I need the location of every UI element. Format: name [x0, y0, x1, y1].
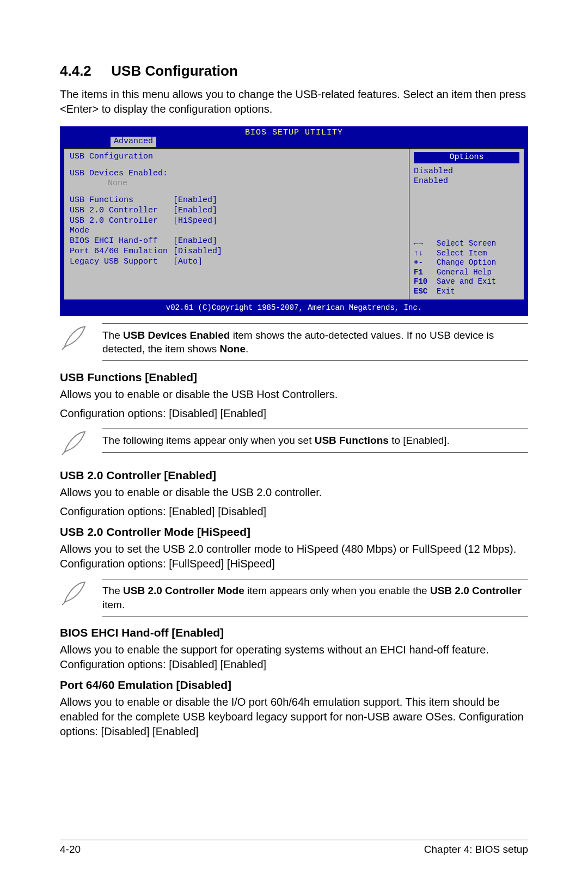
- subsection-heading: USB 2.0 Controller [Enabled]: [60, 469, 528, 482]
- note-bold: USB Devices Enabled: [123, 329, 230, 341]
- note-text: The: [102, 329, 123, 341]
- body-text: Allows you to set the USB 2.0 controller…: [60, 542, 528, 571]
- body-text: Allows you to enable or disable the I/O …: [60, 695, 528, 739]
- note-bold: USB 2.0 Controller Mode: [123, 585, 244, 596]
- note-text: The: [102, 585, 123, 596]
- page-number: 4-20: [60, 844, 81, 856]
- bios-screenshot: BIOS SETUP UTILITY Advanced USB Configur…: [60, 126, 528, 316]
- bios-tab-advanced: Advanced: [111, 137, 156, 147]
- chapter-label: Chapter 4: BIOS setup: [424, 844, 528, 856]
- subsection-heading: USB 2.0 Controller Mode [HiSpeed]: [60, 526, 528, 539]
- bios-option: Enabled: [414, 176, 519, 187]
- note-text: The following items appear only when you…: [102, 435, 315, 446]
- bios-row: USB 2.0 Controller Mode[HiSpeed]: [70, 216, 403, 237]
- subsection-heading: USB Functions [Enabled]: [60, 371, 528, 384]
- bios-option: Disabled: [414, 167, 519, 177]
- bios-heading: USB Configuration: [70, 152, 403, 162]
- feather-icon: [60, 579, 102, 609]
- bios-row: USB Functions[Enabled]: [70, 195, 403, 206]
- subsection-heading: BIOS EHCI Hand-off [Enabled]: [60, 626, 528, 639]
- body-text: Allows you to enable or disable the USB …: [60, 485, 528, 500]
- bios-row: Legacy USB Support[Auto]: [70, 257, 403, 267]
- note-text: item.: [102, 599, 125, 610]
- bios-footer: v02.61 (C)Copyright 1985-2007, American …: [60, 302, 528, 315]
- bios-row: USB 2.0 Controller[Enabled]: [70, 206, 403, 216]
- note-box: The following items appear only when you…: [60, 429, 528, 459]
- feather-icon: [60, 323, 102, 354]
- note-bold: USB Functions: [315, 435, 389, 446]
- bios-options-header: Options: [414, 152, 519, 163]
- note-text: to [Enabled].: [389, 435, 450, 446]
- bios-nav-help: ←→Select Screen ↑↓Select Item +-Change O…: [414, 190, 519, 296]
- body-text: Allows you to enable or disable the USB …: [60, 387, 528, 402]
- body-text: Configuration options: [Disabled] [Enabl…: [60, 406, 528, 421]
- bios-row: BIOS EHCI Hand-off[Enabled]: [70, 236, 403, 247]
- bios-devices-label: USB Devices Enabled:: [70, 169, 403, 179]
- note-text: item appears only when you enable the: [244, 585, 430, 596]
- feather-icon: [60, 429, 102, 459]
- body-text: Configuration options: [Enabled] [Disabl…: [60, 504, 528, 519]
- section-number: 4.4.2: [60, 63, 91, 80]
- section-title: USB Configuration: [111, 63, 238, 79]
- subsection-heading: Port 64/60 Emulation [Disabled]: [60, 679, 528, 692]
- bios-devices-none: None: [108, 179, 403, 189]
- note-box: The USB 2.0 Controller Mode item appears…: [60, 579, 528, 616]
- note-box: The USB Devices Enabled item shows the a…: [60, 323, 528, 361]
- intro-paragraph: The items in this menu allows you to cha…: [60, 87, 528, 117]
- body-text: Allows you to enable the support for ope…: [60, 643, 528, 672]
- bios-row: Port 64/60 Emulation[Disabled]: [70, 247, 403, 257]
- note-bold: USB 2.0 Controller: [430, 585, 522, 596]
- note-bold: None: [219, 343, 246, 355]
- note-text: .: [246, 343, 248, 355]
